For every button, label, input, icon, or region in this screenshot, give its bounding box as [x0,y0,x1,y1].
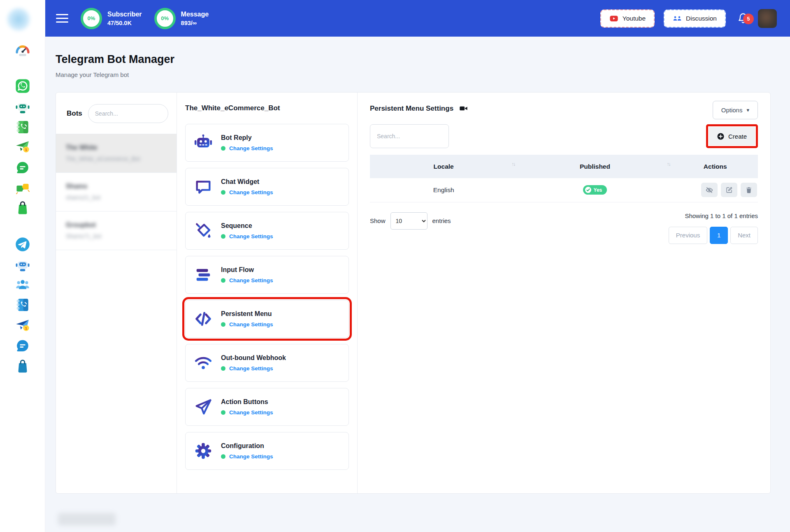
telegram-bot-icon[interactable] [14,257,31,274]
hamburger-menu-icon[interactable] [56,12,68,25]
showing-entries-text: Showing 1 to 1 of 1 entries [685,212,758,219]
change-settings-link[interactable]: Change Settings [229,233,273,239]
card-sequence[interactable]: Sequence Change Settings [185,212,349,250]
app-root: 1 1 [0,0,790,532]
previous-page-button[interactable]: Previous [669,227,707,244]
whatsapp-icon[interactable] [14,77,31,95]
bot-reply-icon [194,133,213,152]
bot-name: Shams [66,183,87,190]
telegram-icon[interactable] [14,236,31,253]
page-size-select[interactable]: 10 [390,212,428,230]
card-bot-reply[interactable]: Bot Reply Change Settings [185,124,349,162]
footer-blurred-text [58,513,116,525]
card-chat-widget[interactable]: Chat Widget Change Settings [185,168,349,206]
card-label: Out-bound Webhook [221,354,286,362]
status-dot [221,454,225,459]
published-cell: Yes [517,178,672,202]
whatsapp-shop-icon[interactable] [14,200,31,217]
column-header-published[interactable]: Published ↑↓ [517,155,672,178]
bot-name: The White [66,144,97,151]
persistent-menu-title: Persistent Menu Settings [370,105,453,113]
integrations-icon[interactable] [14,179,31,197]
edit-icon [725,186,733,194]
message-progress-ring: 0% [154,8,176,29]
whatsapp-chat-icon[interactable] [14,159,31,177]
bot-username: The_White_eCommerce_Bot [66,156,140,162]
subscriber-stat: 0% Subscriber 47/50.0K [81,8,142,29]
chat-widget-icon [194,177,213,196]
notification-count-badge: 5 [743,14,754,24]
change-settings-link[interactable]: Change Settings [229,453,273,460]
show-label: Show [370,217,386,224]
app-logo[interactable] [7,7,30,31]
whatsapp-contacts-icon[interactable] [14,118,31,136]
pagination: Previous 1 Next [669,227,758,244]
change-settings-link[interactable]: Change Settings [229,189,273,195]
card-persistent-menu[interactable]: Persistent Menu Change Settings [185,300,349,338]
bot-username: Shams71_bot [66,233,101,239]
card-label: Sequence [221,222,273,230]
hide-row-button[interactable] [701,183,718,197]
card-label: Configuration [221,442,273,450]
sort-icon[interactable]: ↑↓ [511,161,515,167]
check-circle-icon [585,187,591,193]
user-avatar[interactable] [758,9,777,28]
input-flow-icon [194,265,213,284]
change-settings-link[interactable]: Change Settings [229,277,273,283]
menu-search-input[interactable] [370,124,449,148]
sequence-icon [194,221,213,240]
discussion-icon [673,14,682,23]
card-outbound-webhook[interactable]: Out-bound Webhook Change Settings [185,344,349,382]
published-badge-label: Yes [594,187,602,193]
webhook-icon [194,353,213,372]
bot-list-item[interactable]: Groupbot Shams71_bot [56,211,177,250]
change-settings-link[interactable]: Change Settings [229,321,273,328]
bot-manager-panel: Bots The White The_White_eCommerce_Bot S… [56,92,771,494]
message-value: 893/∞ [181,20,209,26]
telegram-broadcast-icon[interactable]: 1 [14,316,31,334]
card-action-buttons[interactable]: Action Buttons Change Settings [185,388,349,426]
bot-list-item[interactable]: Shams shams21_bot [56,172,177,211]
status-dot [221,410,225,415]
card-configuration[interactable]: Configuration Change Settings [185,432,349,470]
options-button[interactable]: Options ▾ [713,101,758,119]
card-input-flow[interactable]: Input Flow Change Settings [185,256,349,294]
create-button[interactable]: Create [709,127,755,145]
message-stat: 0% Message 893/∞ [154,8,209,29]
delete-row-button[interactable] [741,183,757,197]
subscriber-value: 47/50.0K [107,20,142,26]
create-button-highlight: Create [706,124,758,148]
plus-circle-icon [717,133,724,140]
caret-down-icon: ▾ [746,107,749,113]
video-tutorial-icon[interactable] [459,104,468,113]
current-page-button[interactable]: 1 [710,227,728,244]
bot-list-item-selected[interactable]: The White The_White_eCommerce_Bot [56,134,177,172]
status-dot [221,278,225,283]
app-sidebar: 1 1 [0,0,45,532]
change-settings-link[interactable]: Change Settings [229,145,273,151]
status-dot [221,234,225,239]
sort-icon[interactable]: ↑↓ [667,161,670,167]
column-header-locale[interactable]: Locale ↑↓ [370,155,517,178]
card-label: Persistent Menu [221,310,273,318]
telegram-contacts-icon[interactable] [14,296,31,314]
whatsapp-broadcast-icon[interactable]: 1 [14,138,31,155]
action-buttons-icon [194,397,213,416]
change-settings-link[interactable]: Change Settings [229,365,273,372]
telegram-chat-icon[interactable] [14,337,31,355]
notifications-button[interactable]: 5 [737,13,749,24]
page-subtitle: Manage your Telegram bot [56,71,790,78]
dashboard-icon[interactable] [14,42,31,60]
telegram-groups-icon[interactable] [14,276,31,293]
next-page-button[interactable]: Next [730,227,758,244]
edit-row-button[interactable] [721,183,737,197]
page-title: Telegram Bot Manager [56,53,790,66]
options-button-label: Options [721,107,743,114]
discussion-button[interactable]: Discussion [664,9,726,28]
bots-search-input[interactable] [88,104,168,123]
whatsapp-bot-icon[interactable] [14,99,31,116]
youtube-icon [609,14,618,23]
change-settings-link[interactable]: Change Settings [229,409,273,416]
youtube-button[interactable]: Youtube [600,9,655,28]
telegram-shop-icon[interactable] [14,358,31,375]
